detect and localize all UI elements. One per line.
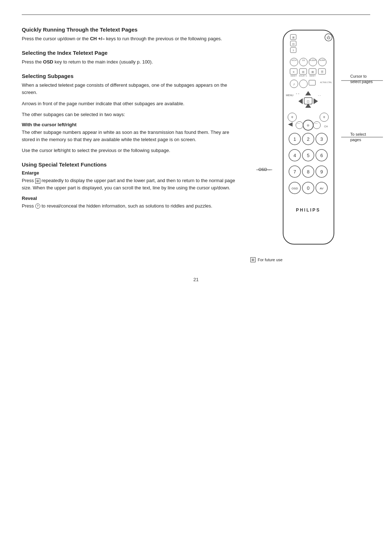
label-cursor-select: Cursor toselect pages	[350, 74, 387, 85]
left-column: Quickly Running Through the Teletext Pag…	[22, 26, 247, 262]
para-selecting-index-1: Press the OSD key to return to the main …	[22, 58, 236, 66]
bold-osd: OSD	[43, 59, 53, 65]
svg-text:SMART: SMART	[290, 75, 297, 77]
bottom-note-icon: ⊞	[250, 257, 256, 262]
svg-text:5: 5	[307, 153, 309, 158]
svg-text:ACTIVE CTRL: ACTIVE CTRL	[320, 81, 332, 83]
svg-text:❊: ❊	[307, 124, 310, 127]
annotation-line-osd	[256, 169, 274, 170]
svg-text:—: —	[315, 122, 318, 125]
svg-text:8: 8	[307, 169, 309, 175]
svg-text:OSD: OSD	[291, 187, 298, 190]
svg-marker-43	[314, 98, 318, 104]
bold-ch: CH +/–	[90, 36, 105, 41]
svg-text:☰: ☰	[321, 70, 323, 74]
svg-text:⊞: ⊞	[292, 36, 295, 39]
svg-text:CH: CH	[324, 125, 328, 128]
svg-text:0: 0	[307, 185, 309, 191]
svg-text:⊡: ⊡	[292, 42, 295, 46]
annotation-line-cursor	[341, 80, 388, 81]
annotation-line-select	[341, 137, 388, 138]
svg-text:DOLBY V.: DOLBY V.	[299, 75, 307, 77]
svg-text:4: 4	[293, 153, 296, 158]
right-column: Cursor toselect pages To selectpages OSD…	[247, 26, 370, 262]
svg-text:+: +	[323, 115, 325, 120]
heading-special-functions: Using Special Teletext Functions	[22, 161, 236, 168]
para-cursor-1: The other subpage numbers appear in whit…	[22, 129, 236, 143]
svg-text:9: 9	[320, 169, 323, 175]
svg-text:SLEEP: SLEEP	[309, 59, 316, 61]
svg-text:PHILIPS: PHILIPS	[296, 208, 320, 213]
svg-text:A/CH: A/CH	[291, 59, 297, 61]
para-subpages-3: The other subpages can be selected in tw…	[22, 111, 236, 118]
svg-text:◫: ◫	[307, 100, 310, 103]
content-layout: Quickly Running Through the Teletext Pag…	[22, 26, 370, 262]
reveal-icon: ?	[35, 204, 40, 209]
svg-text:SMART: SMART	[309, 75, 315, 77]
svg-point-33	[299, 80, 307, 88]
svg-text:7: 7	[293, 169, 296, 175]
svg-text:MENU: MENU	[286, 94, 294, 97]
svg-text:⊞: ⊞	[311, 70, 314, 74]
section-selecting-index: Selecting the Index Teletext Page Press …	[22, 50, 236, 66]
svg-text:- -: - -	[318, 94, 321, 97]
para-subpages-2: Arrows in front of the page number indic…	[22, 100, 236, 107]
svg-text:♪: ♪	[293, 82, 295, 86]
para-quickly-running-1: Press the cursor up/down or the CH +/– k…	[22, 35, 236, 42]
section-selecting-subpages: Selecting Subpages When a selected telet…	[22, 73, 236, 154]
section-special-functions: Using Special Teletext Functions Enlarge…	[22, 161, 236, 209]
svg-text:≡: ≡	[293, 70, 295, 74]
svg-text:1Ω: 1Ω	[302, 59, 305, 61]
section-quickly-running: Quickly Running Through the Teletext Pag…	[22, 26, 236, 42]
page-number: 21	[22, 277, 370, 282]
enlarge-icon: ⊞	[35, 178, 40, 184]
heading-selecting-index: Selecting the Index Teletext Page	[22, 50, 236, 56]
svg-text:⏻: ⏻	[327, 36, 330, 40]
para-reveal-1: Press ? to reveal/conceal the hidden inf…	[22, 202, 236, 210]
subheading-cursor-leftright: With the cursor left/right	[22, 122, 236, 127]
svg-text:AV: AV	[320, 187, 324, 190]
remote-svg: ⊞ ⊡ ? ⏻ A/CH 1Ω	[272, 26, 345, 251]
bottom-note-text: For future use	[258, 258, 282, 262]
svg-text:+: +	[291, 115, 293, 120]
svg-text:1: 1	[293, 136, 296, 142]
para-subpages-1: When a selected teletext page consists o…	[22, 82, 236, 96]
subheading-reveal: Reveal	[22, 196, 236, 201]
svg-text:3: 3	[320, 136, 323, 142]
svg-text:?: ?	[293, 49, 294, 52]
subheading-enlarge: Enlarge	[22, 170, 236, 176]
bottom-note: ⊞ For future use	[250, 257, 282, 262]
heading-quickly-running: Quickly Running Through the Teletext Pag…	[22, 26, 236, 33]
top-rule	[22, 15, 370, 15]
svg-text:⊟: ⊟	[302, 70, 305, 74]
para-cursor-2: Use the cursor left/right to select the …	[22, 147, 236, 154]
page-container: Quickly Running Through the Teletext Pag…	[0, 0, 392, 554]
svg-marker-40	[298, 98, 303, 104]
svg-text:SURF: SURF	[319, 59, 326, 61]
remote-wrapper: Cursor toselect pages To selectpages OSD…	[272, 26, 345, 251]
svg-rect-34	[309, 80, 315, 85]
svg-text:2: 2	[307, 136, 309, 142]
heading-selecting-subpages: Selecting Subpages	[22, 73, 236, 79]
svg-text:- -: - -	[296, 91, 299, 95]
svg-text:—: —	[297, 122, 300, 125]
svg-text:◁: ◁	[288, 123, 291, 126]
svg-marker-38	[305, 91, 311, 95]
para-enlarge-1: Press ⊞ repeatedly to display the upper …	[22, 177, 236, 192]
svg-text:6: 6	[320, 153, 323, 158]
